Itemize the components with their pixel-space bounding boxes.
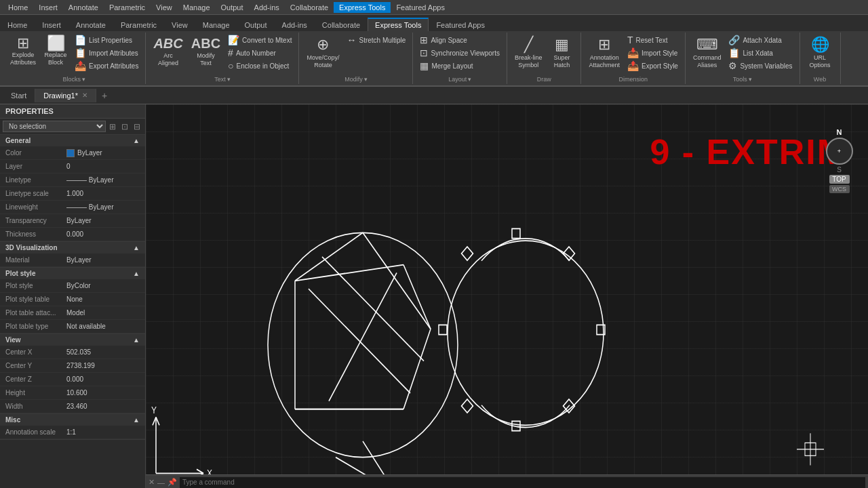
- tab-output[interactable]: Output: [237, 18, 275, 31]
- draw-group-label[interactable]: Draw: [537, 76, 551, 83]
- menu-annotate[interactable]: Annotate: [63, 2, 104, 13]
- system-variables-button[interactable]: ⚙ System Variables: [726, 60, 795, 72]
- merge-layout-button[interactable]: ▦ Merge Layout: [417, 60, 502, 72]
- import-attributes-button[interactable]: 📋 Import Attributes: [72, 47, 141, 59]
- tab-insert[interactable]: Insert: [35, 18, 68, 31]
- tab-collaborate[interactable]: Collaborate: [315, 18, 368, 31]
- tab-home[interactable]: Home: [0, 18, 35, 31]
- menu-expresstools[interactable]: Express Tools: [334, 2, 391, 13]
- auto-number-button[interactable]: # Auto Number: [225, 47, 294, 59]
- layout-group-label[interactable]: Layout ▾: [448, 76, 471, 83]
- web-group-label[interactable]: Web: [814, 76, 826, 83]
- menu-insert[interactable]: Insert: [33, 2, 63, 13]
- tab-start[interactable]: Start: [3, 89, 35, 102]
- command-aliases-icon: ⌨: [696, 36, 718, 54]
- explode-icon: ⊞: [17, 36, 29, 51]
- canvas-area[interactable]: 9 - EXTRIM N + S TOP WCS: [146, 104, 868, 488]
- import-style-button[interactable]: 📥 Import Style: [625, 47, 681, 59]
- color-label: Color: [5, 149, 66, 157]
- tab-addins[interactable]: Add-ins: [275, 18, 315, 31]
- arc-aligned-button[interactable]: ABC ArcAligned: [150, 34, 186, 69]
- status-minimize-btn[interactable]: —: [157, 479, 165, 487]
- list-properties-button[interactable]: 📄 List Properties: [72, 34, 141, 46]
- menu-home[interactable]: Home: [3, 2, 33, 13]
- selection-dropdown[interactable]: No selection: [3, 121, 106, 132]
- general-header[interactable]: General ▲: [0, 135, 145, 146]
- list-xdata-button[interactable]: 📋 List Xdata: [726, 47, 795, 59]
- replace-block-button[interactable]: ⬜ ReplaceBlock: [41, 34, 71, 68]
- misc-header[interactable]: Misc ▲: [0, 414, 145, 426]
- explode-label: ExplodeAttributes: [10, 52, 36, 66]
- view-header[interactable]: View ▲: [0, 334, 145, 346]
- 3d-header[interactable]: 3D Visualization ▲: [0, 242, 145, 253]
- layout-dropdown-icon: ▾: [468, 76, 471, 83]
- menu-manage[interactable]: Manage: [178, 2, 216, 13]
- plot-style-header[interactable]: Plot style ▲: [0, 268, 145, 279]
- tab-add-button[interactable]: +: [96, 87, 113, 104]
- break-line-button[interactable]: ╱ Break-lineSymbol: [511, 34, 546, 71]
- menu-featuredapps[interactable]: Featured Apps: [391, 2, 450, 13]
- convert-mtext-button[interactable]: 📝 Convert to Mtext: [225, 34, 294, 46]
- ribbon-content: ⊞ ExplodeAttributes ⬜ ReplaceBlock 📄 Lis…: [0, 31, 868, 85]
- command-aliases-button[interactable]: ⌨ CommandAliases: [690, 34, 725, 71]
- move-copy-rotate-button[interactable]: ⊕ Move/Copy/Rotate: [303, 34, 342, 71]
- attach-xdata-button[interactable]: 🔗 Attach Xdata: [726, 34, 795, 46]
- command-input[interactable]: [180, 477, 865, 488]
- menu-addins[interactable]: Add-ins: [249, 2, 285, 13]
- dimension-items: ⊞ AnnotationAttachment T Reset Text 📥 Im…: [585, 34, 680, 75]
- svg-line-10: [329, 273, 397, 401]
- modify-group-label[interactable]: Modify ▾: [344, 76, 368, 83]
- tab-parametric[interactable]: Parametric: [113, 18, 164, 31]
- text-dropdown-icon: ▾: [227, 76, 231, 83]
- tab-expresstools[interactable]: Express Tools: [368, 18, 429, 31]
- tab-manage[interactable]: Manage: [195, 18, 237, 31]
- tab-view[interactable]: View: [164, 18, 195, 31]
- prop-icon-1[interactable]: ⊞: [107, 121, 118, 132]
- dimension-group-label[interactable]: Dimension: [618, 76, 648, 83]
- reset-text-button[interactable]: T Reset Text: [625, 34, 681, 46]
- url-options-button[interactable]: 🌐 URLOptions: [805, 34, 835, 71]
- stretch-multiple-button[interactable]: ↔ Stretch Multiple: [344, 34, 408, 46]
- menu-output[interactable]: Output: [216, 2, 249, 13]
- tab-featuredapps[interactable]: Featured Apps: [429, 18, 492, 31]
- menu-parametric[interactable]: Parametric: [104, 2, 151, 13]
- convert-mtext-icon: 📝: [228, 35, 239, 45]
- center-z-value: 0.000: [66, 375, 83, 383]
- thickness-row: Thickness 0.000: [0, 228, 145, 241]
- status-pin-btn[interactable]: 📌: [167, 478, 177, 487]
- align-space-button[interactable]: ⊞ Align Space: [417, 34, 502, 46]
- tab-drawing1-close[interactable]: ✕: [82, 92, 87, 99]
- explode-attributes-button[interactable]: ⊞ ExplodeAttributes: [7, 34, 39, 68]
- lineweight-row: Lineweight ——— ByLayer: [0, 201, 145, 214]
- sync-viewports-button[interactable]: ⊡ Synchronize Viewports: [417, 47, 502, 59]
- export-attributes-button[interactable]: 📤 Export Attributes: [72, 60, 141, 72]
- prop-icon-2[interactable]: ⊡: [119, 121, 130, 132]
- svg-line-11: [322, 257, 424, 361]
- ribbon-group-modify: ⊕ Move/Copy/Rotate ↔ Stretch Multiple Mo…: [299, 33, 413, 84]
- ribbon: Home Insert Annotate Parametric View Man…: [0, 15, 868, 87]
- modify-text-button[interactable]: ABC ModifyText: [188, 34, 224, 69]
- width-label: Width: [5, 403, 66, 410]
- export-style-button[interactable]: 📤 Export Style: [625, 60, 681, 72]
- menubar: Home Insert Annotate Parametric View Man…: [0, 0, 868, 15]
- replace-block-icon: ⬜: [47, 36, 65, 51]
- annotation-attachment-button[interactable]: ⊞ AnnotationAttachment: [585, 34, 623, 71]
- menu-collaborate[interactable]: Collaborate: [285, 2, 334, 13]
- menu-view[interactable]: View: [151, 2, 178, 13]
- tools-group-label[interactable]: Tools ▾: [733, 76, 752, 83]
- reset-text-label: Reset Text: [636, 37, 668, 44]
- enclose-object-button[interactable]: ○ Enclose in Object: [225, 60, 294, 72]
- blocks-group-label[interactable]: Blocks ▾: [62, 76, 85, 83]
- text-group-label[interactable]: Text ▾: [214, 76, 231, 83]
- height-row: Height 10.600: [0, 386, 145, 400]
- prop-icon-3[interactable]: ⊟: [132, 121, 142, 132]
- system-vars-label: System Variables: [740, 62, 792, 70]
- color-swatch: [66, 149, 75, 157]
- export-style-label: Export Style: [642, 62, 678, 70]
- tools-dropdown-icon: ▾: [749, 76, 752, 83]
- super-hatch-button[interactable]: ▦ SuperHatch: [547, 34, 576, 71]
- tab-annotate[interactable]: Annotate: [68, 18, 113, 31]
- tab-drawing1[interactable]: Drawing1* ✕: [35, 89, 96, 102]
- status-x-btn[interactable]: ✕: [149, 478, 155, 487]
- plot-style-table-label: Plot style table: [5, 296, 66, 303]
